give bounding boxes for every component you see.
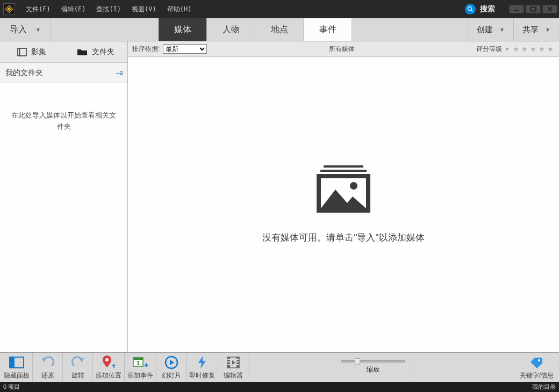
search-icon bbox=[465, 4, 476, 14]
svg-rect-34 bbox=[227, 364, 230, 365]
svg-point-2 bbox=[468, 7, 472, 11]
sort-select[interactable]: 最新 bbox=[163, 44, 207, 54]
zoom-thumb[interactable] bbox=[355, 358, 360, 365]
tool-add-place[interactable]: + 添加位置 bbox=[93, 353, 125, 382]
tool-keywords-info[interactable]: 关键字/信息 bbox=[515, 353, 558, 382]
window-minimize[interactable] bbox=[509, 5, 524, 13]
left-panel: 影集 文件夹 我的文件夹 →≡ 在此处导入媒体以开始查看相关文件夹 bbox=[0, 41, 128, 352]
import-button[interactable]: 导入▼ bbox=[0, 18, 51, 41]
svg-point-20 bbox=[105, 358, 109, 361]
titlebar: 文件(F) 编辑(E) 查找(I) 视图(V) 帮助(H) 搜索 bbox=[0, 0, 559, 18]
tool-rotate[interactable]: 旋转 bbox=[63, 353, 93, 382]
svg-rect-11 bbox=[320, 170, 367, 172]
zoom-control[interactable]: 缩放 bbox=[334, 353, 412, 382]
tool-instant-fix[interactable]: 即时修复 bbox=[187, 353, 218, 382]
menu-edit[interactable]: 编辑(E) bbox=[56, 0, 91, 18]
svg-rect-10 bbox=[324, 165, 363, 168]
svg-line-3 bbox=[471, 10, 473, 12]
caret-down-icon: ▼ bbox=[35, 27, 41, 33]
tab-events[interactable]: 事件 bbox=[304, 18, 352, 41]
folder-icon bbox=[77, 48, 88, 56]
svg-text:1: 1 bbox=[137, 360, 140, 366]
empty-media-icon bbox=[314, 165, 373, 216]
svg-marker-27 bbox=[170, 360, 174, 365]
sort-label: 排序依据: bbox=[132, 45, 160, 54]
tool-hide-panel[interactable]: 隐藏面板 bbox=[1, 353, 33, 382]
svg-rect-35 bbox=[236, 359, 239, 360]
rating-star-1[interactable]: ★ bbox=[513, 45, 519, 53]
svg-text:+: + bbox=[112, 361, 115, 369]
main-content: 排序依据: 最新 所有媒体 评分等级 ➤ ★ ★ ★ ★ ★ bbox=[128, 41, 559, 352]
album-icon bbox=[17, 48, 27, 56]
status-item-count: 0 项目 bbox=[3, 383, 20, 391]
tab-media[interactable]: 媒体 bbox=[159, 18, 207, 41]
rating-star-5[interactable]: ★ bbox=[547, 45, 554, 53]
svg-marker-18 bbox=[42, 358, 46, 362]
svg-point-14 bbox=[350, 182, 357, 190]
svg-rect-37 bbox=[236, 364, 239, 365]
svg-marker-19 bbox=[80, 358, 84, 362]
menu-help[interactable]: 帮助(H) bbox=[162, 0, 197, 18]
menu-file[interactable]: 文件(F) bbox=[20, 0, 56, 18]
svg-marker-38 bbox=[232, 360, 235, 365]
tool-slideshow[interactable]: 幻灯片 bbox=[156, 353, 187, 382]
svg-point-39 bbox=[538, 359, 540, 361]
rating-star-2[interactable]: ★ bbox=[521, 45, 528, 53]
tab-people[interactable]: 人物 bbox=[207, 18, 255, 41]
window-maximize[interactable] bbox=[526, 5, 541, 13]
sortbar: 排序依据: 最新 所有媒体 评分等级 ➤ ★ ★ ★ ★ ★ bbox=[128, 41, 559, 57]
caret-down-icon: ▼ bbox=[545, 27, 550, 33]
svg-marker-1 bbox=[7, 7, 11, 11]
left-tab-albums[interactable]: 影集 bbox=[0, 41, 64, 62]
svg-rect-32 bbox=[227, 359, 230, 360]
share-button[interactable]: 共享▼ bbox=[513, 18, 559, 41]
search-label: 搜索 bbox=[480, 4, 495, 14]
window-close[interactable] bbox=[542, 5, 557, 13]
bottom-toolbar: 隐藏面板 还原 旋转 + 添加位置 1+ 添加事件 幻灯片 即时修复 编辑器 缩… bbox=[0, 352, 559, 382]
media-filter[interactable]: 所有媒体 bbox=[207, 45, 476, 54]
empty-media-text: 没有媒体可用。请单击"导入"以添加媒体 bbox=[262, 231, 424, 244]
create-button[interactable]: 创建▼ bbox=[468, 18, 513, 41]
rating-label: 评分等级 bbox=[476, 45, 502, 54]
folder-sort-toggle[interactable]: →≡ bbox=[114, 69, 122, 77]
menu-view[interactable]: 视图(V) bbox=[126, 0, 162, 18]
rating-star-3[interactable]: ★ bbox=[530, 45, 536, 53]
svg-rect-33 bbox=[227, 361, 230, 362]
tool-editor[interactable]: 编辑器 bbox=[218, 353, 248, 382]
app-icon bbox=[3, 3, 15, 15]
tool-undo[interactable]: 还原 bbox=[33, 353, 63, 382]
caret-down-icon: ▼ bbox=[499, 27, 505, 33]
actionbar: 导入▼ 媒体 人物 地点 事件 创建▼ 共享▼ bbox=[0, 18, 559, 41]
menu-find[interactable]: 查找(I) bbox=[91, 0, 126, 18]
status-catalog[interactable]: 我的目录 bbox=[532, 383, 556, 391]
tab-places[interactable]: 地点 bbox=[255, 18, 304, 41]
rating-star-4[interactable]: ★ bbox=[539, 45, 545, 53]
svg-rect-17 bbox=[10, 357, 15, 368]
svg-rect-36 bbox=[236, 361, 239, 362]
folders-empty-message: 在此处导入媒体以开始查看相关文件夹 bbox=[0, 83, 127, 133]
svg-rect-5 bbox=[531, 8, 536, 11]
folders-section-header: 我的文件夹 →≡ bbox=[0, 63, 127, 83]
search-button[interactable]: 搜索 bbox=[465, 4, 504, 14]
statusbar: 0 项目 我的目录 bbox=[0, 382, 559, 392]
svg-marker-28 bbox=[198, 356, 206, 369]
svg-text:+: + bbox=[144, 361, 148, 369]
main-tabs: 媒体 人物 地点 事件 bbox=[159, 18, 352, 41]
rating-direction-icon[interactable]: ➤ bbox=[505, 46, 510, 52]
left-tab-folders[interactable]: 文件夹 bbox=[64, 41, 128, 62]
svg-rect-8 bbox=[18, 48, 26, 56]
tool-add-event[interactable]: 1+ 添加事件 bbox=[125, 353, 156, 382]
